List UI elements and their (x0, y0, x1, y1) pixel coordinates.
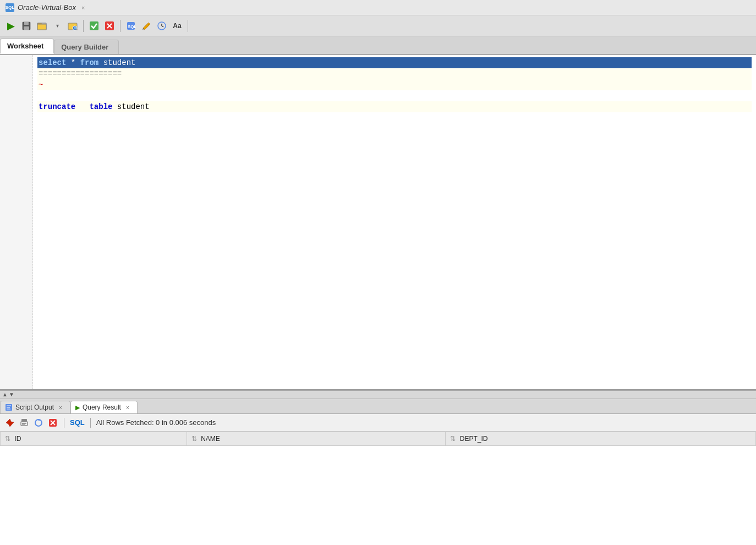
col-name-header[interactable]: ⇅ NAME (187, 432, 446, 446)
editor-line-23 (37, 299, 752, 310)
title-bar: SQL Oracle-Virtual-Box × (0, 0, 756, 15)
col-dept-id-header[interactable]: ⇅ DEPT_ID (446, 432, 756, 446)
editor-line-13 (37, 189, 752, 200)
editor-line-15 (37, 211, 752, 222)
editor-line-19 (37, 255, 752, 266)
editor-line-2: ================== (37, 68, 752, 79)
tab-script-output[interactable]: Script Output × (0, 401, 70, 413)
window-title: Oracle-Virtual-Box (18, 3, 76, 12)
query-status: All Rows Fetched: 0 in 0.006 seconds (96, 418, 216, 427)
tab-query-builder[interactable]: Query Builder (54, 40, 119, 54)
script-output-close[interactable]: × (59, 405, 62, 411)
svg-rect-2 (24, 26, 29, 30)
tab-query-result[interactable]: ▶ Query Result × (70, 401, 138, 413)
clear-results-button[interactable] (47, 417, 58, 428)
line-numbers (0, 55, 33, 389)
main-tab-bar: Worksheet Query Builder (0, 36, 756, 55)
query-result-close[interactable]: × (126, 405, 129, 411)
editor-line-1: select * from student (37, 57, 752, 68)
run-script-button[interactable]: ▶ (4, 19, 18, 32)
svg-rect-25 (22, 423, 26, 424)
refresh-button[interactable] (33, 417, 44, 428)
editor-line-4 (37, 90, 752, 101)
svg-rect-26 (22, 424, 25, 425)
print-button[interactable] (19, 417, 30, 428)
open-button[interactable] (35, 19, 48, 32)
clear-button[interactable] (103, 19, 116, 32)
svg-text:🔍: 🔍 (74, 26, 78, 31)
col-id-header[interactable]: ⇅ ID (1, 432, 187, 446)
save-button[interactable] (20, 19, 33, 32)
format-button[interactable] (155, 19, 168, 32)
editor-line-11 (37, 167, 752, 178)
pin-button[interactable] (4, 417, 15, 428)
sort-icon-dept-id: ⇅ (450, 435, 456, 443)
svg-text:SQL: SQL (128, 24, 136, 29)
resize-arrow-down: ▼ (9, 392, 14, 397)
db-connect-button[interactable]: SQL (124, 19, 138, 32)
sort-icon-id: ⇅ (5, 435, 10, 443)
editor-line-21 (37, 277, 752, 288)
editor-line-20 (37, 266, 752, 277)
toolbar-sep-1 (83, 20, 84, 32)
bottom-panel: Script Output × ▶ Query Result × (0, 399, 756, 545)
toolbar-sep-2 (120, 20, 120, 32)
check-button[interactable] (87, 19, 101, 32)
editor-line-5: truncate table student (37, 101, 752, 112)
editor-line-10 (37, 156, 752, 167)
main-toolbar: ▶ ▾ 🔍 (0, 15, 756, 36)
script-output-icon (5, 404, 13, 411)
editor-line-16 (37, 222, 752, 233)
bottom-toolbar-sep-2 (90, 418, 91, 428)
bottom-toolbar: SQL All Rows Fetched: 0 in 0.006 seconds (0, 414, 756, 432)
font-button[interactable]: Aa (171, 19, 184, 32)
resize-arrow-up: ▲ (2, 392, 8, 397)
svg-rect-1 (24, 22, 29, 25)
svg-line-18 (162, 26, 163, 27)
editor-line-8 (37, 134, 752, 145)
results-table-container[interactable]: ⇅ ID ⇅ NAME ⇅ DEPT_ID (0, 432, 756, 545)
editor-line-18 (37, 244, 752, 255)
toolbar-sep-3 (188, 20, 188, 32)
editor-line-7 (37, 123, 752, 134)
editor-area[interactable]: select * from student ==================… (0, 55, 756, 390)
svg-rect-10 (90, 21, 98, 30)
app-icon: SQL (6, 3, 14, 12)
editor-line-6 (37, 112, 752, 123)
svg-rect-5 (37, 24, 46, 30)
bottom-tab-bar: Script Output × ▶ Query Result × (0, 399, 756, 414)
editor-line-22 (37, 288, 752, 299)
editor-line-12 (37, 178, 752, 189)
editor-line-17 (37, 233, 752, 244)
resize-handle[interactable]: ▲ ▼ (0, 390, 756, 399)
open-file-button[interactable]: 🔍 (66, 19, 79, 32)
sql-label: SQL (70, 418, 85, 427)
app-icon-label: SQL (6, 5, 14, 10)
title-tab-indicator: × (81, 4, 85, 11)
sort-icon-name: ⇅ (191, 435, 197, 443)
editor-line-24 (37, 310, 752, 321)
edit-button[interactable] (140, 19, 153, 32)
editor-line-3: ~ (37, 79, 752, 90)
open-dropdown-button[interactable]: ▾ (51, 19, 64, 32)
editor-line-14 (37, 200, 752, 211)
editor-line-9 (37, 145, 752, 156)
tab-worksheet[interactable]: Worksheet (0, 39, 54, 54)
editor-content[interactable]: select * from student ==================… (33, 55, 756, 389)
results-table: ⇅ ID ⇅ NAME ⇅ DEPT_ID (0, 432, 756, 446)
bottom-toolbar-sep (64, 418, 64, 428)
query-result-play-icon: ▶ (75, 404, 80, 411)
